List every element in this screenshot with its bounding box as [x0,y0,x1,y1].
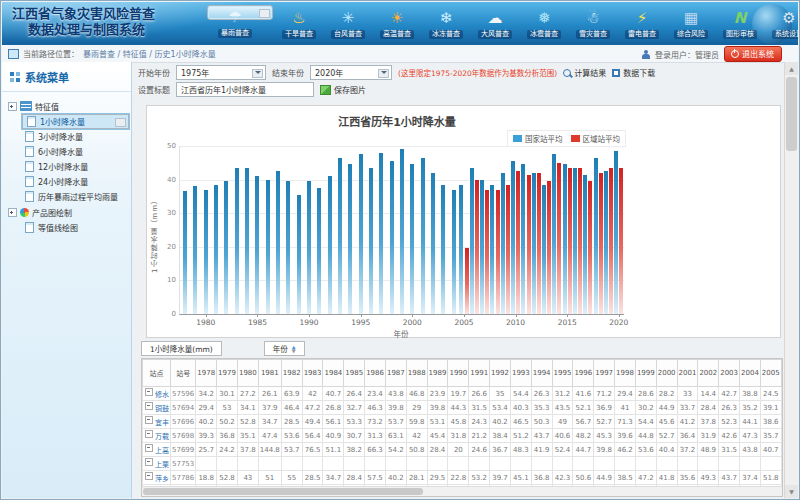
station-cell[interactable]: 宜丰 [143,415,171,429]
bar-regional[interactable] [475,180,479,314]
bar-national[interactable] [390,161,394,314]
legend-item[interactable]: 国家站平均 [513,133,563,144]
column-header[interactable]: 1994 [531,360,552,387]
bar-national[interactable] [480,180,484,314]
table-tab-label[interactable]: 1小时降水量(mm) [141,341,222,356]
column-header[interactable]: 1989 [427,360,448,387]
calculate-button[interactable]: 计算结果 [563,67,606,78]
toolbar-item-settings[interactable]: ⚙系统设置 [766,5,798,43]
bar-national[interactable] [317,188,321,314]
bar-national[interactable] [441,185,445,314]
toolbar-item-lightning[interactable]: ⚡雷电普查 [619,5,665,43]
row-expander-icon[interactable] [145,444,153,452]
bar-national[interactable] [328,176,332,314]
year-sort-control[interactable]: 年份 ▲▼ [264,341,305,356]
row-expander-icon[interactable] [145,472,153,480]
station-link[interactable]: 萍乡 [155,475,169,483]
bar-national[interactable] [490,185,494,314]
bar-national[interactable] [470,168,474,314]
bar-national[interactable] [379,153,383,314]
bar-national[interactable] [338,158,342,314]
column-header[interactable]: 1990 [448,360,469,387]
bar-regional[interactable] [588,181,592,314]
station-link[interactable]: 万载 [155,433,169,441]
bar-national[interactable] [563,164,567,314]
column-header[interactable]: 1996 [573,360,594,387]
row-expander-icon[interactable] [145,430,153,438]
station-cell[interactable]: 万载 [143,429,171,443]
row-expander-icon[interactable] [145,458,153,466]
bar-national[interactable] [542,185,546,314]
bar-national[interactable] [552,154,556,314]
download-button[interactable]: 数据下载 [612,67,655,78]
tree-expander-icon[interactable] [8,208,17,217]
vertical-scrollbar[interactable]: ▲ ▼ [784,62,798,498]
toolbar-item-calculator[interactable]: ▦综合风险 [668,5,714,43]
bar-national[interactable] [594,158,598,314]
vertical-scrollbar-thumb[interactable] [786,77,797,151]
toolbar-item-snow[interactable]: ☃雪灾普查 [570,5,616,43]
column-header[interactable]: 2001 [677,360,698,387]
toolbar-item-drought[interactable]: ♨干旱普查 [276,5,322,43]
column-header[interactable]: 1985 [344,360,365,387]
bar-regional[interactable] [506,185,510,314]
toolbar-item-high-temp[interactable]: ☀高温普查 [374,5,420,43]
bar-national[interactable] [369,168,373,314]
chart-legend[interactable]: 国家站平均区域站平均 [507,130,626,147]
bar-regional[interactable] [619,168,623,314]
column-header[interactable]: 2005 [760,360,781,387]
bar-national[interactable] [266,180,270,314]
column-header[interactable]: 1981 [258,360,281,387]
tree-item-leaf[interactable]: 6小时降水量 [22,144,129,159]
bar-regional[interactable] [568,168,572,314]
column-header[interactable]: 1999 [635,360,656,387]
column-header[interactable]: 1983 [302,360,323,387]
bar-national[interactable] [297,195,301,314]
tree-item-leaf[interactable]: 历年暴雨过程平均雨量 [22,189,129,204]
row-expander-icon[interactable] [145,388,153,396]
horizontal-scrollbar[interactable] [142,486,782,496]
bar-regional[interactable] [599,173,603,314]
bar-national[interactable] [276,171,280,314]
logout-button[interactable]: 退出系统 [724,46,782,62]
end-year-select[interactable]: 2020年 [310,65,392,80]
bar-national[interactable] [521,164,525,314]
station-cell[interactable]: 上栗 [143,457,171,471]
bar-regional[interactable] [537,173,541,314]
bar-national[interactable] [255,176,259,314]
column-header[interactable]: 1978 [196,360,217,387]
column-header[interactable]: 2006 [781,360,783,387]
tree-node-parent[interactable]: 特征值 [8,98,129,114]
bar-national[interactable] [573,168,577,314]
horizontal-scrollbar-thumb[interactable] [143,488,423,495]
column-header[interactable]: 1988 [406,360,427,387]
station-link[interactable]: 宜丰 [155,419,169,427]
column-header[interactable]: 1979 [217,360,238,387]
bar-national[interactable] [452,190,456,314]
bar-regional[interactable] [557,163,561,314]
column-header[interactable]: 2000 [656,360,677,387]
bar-national[interactable] [245,168,249,314]
breadcrumb-path[interactable]: 暴雨普查 / 特征值 / 历史1小时降水量 [83,48,216,59]
bar-national[interactable] [583,175,587,314]
tree-node-parent[interactable]: 产品图绘制 [8,204,129,220]
station-cell[interactable]: 铜鼓 [143,401,171,415]
bar-national[interactable] [421,158,425,314]
toolbar-item-typhoon[interactable]: ✳台风普查 [325,5,371,43]
row-expander-icon[interactable] [145,402,153,410]
column-header[interactable]: 站点 [143,360,171,387]
bar-national[interactable] [400,149,404,314]
column-header[interactable]: 2003 [719,360,740,387]
bar-national[interactable] [459,185,463,314]
tree-item-selected[interactable]: 1小时降水量 [22,114,129,129]
column-header[interactable]: 2004 [740,360,761,387]
bar-regional[interactable] [496,190,500,314]
column-header[interactable]: 1995 [552,360,573,387]
bar-regional[interactable] [578,168,582,314]
column-header[interactable]: 1986 [365,360,386,387]
bar-national[interactable] [193,186,197,314]
station-link[interactable]: 修水 [155,391,169,399]
bar-national[interactable] [224,181,228,314]
bar-national[interactable] [501,173,505,314]
legend-item[interactable]: 区域站平均 [571,133,621,144]
